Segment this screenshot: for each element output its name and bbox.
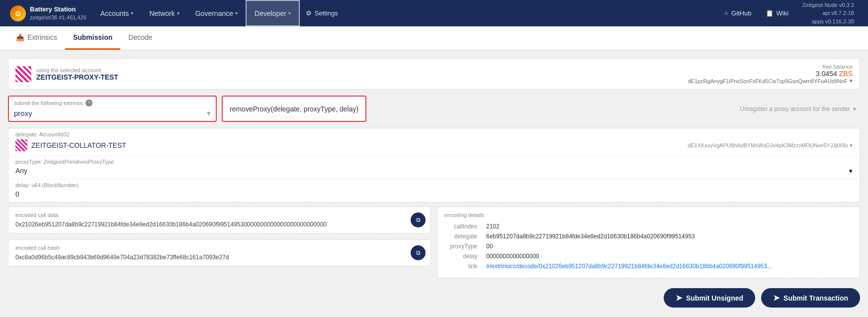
extrinsic-pallet-value: proxy bbox=[14, 109, 32, 117]
submit-transaction-button[interactable]: ➤ Submit Transaction bbox=[761, 288, 860, 308]
chevron-down-icon: ▾ bbox=[288, 10, 291, 16]
encoding-key-link: link bbox=[445, 263, 485, 272]
chevron-down-icon: ▾ bbox=[850, 142, 853, 148]
extrinsics-section-label: 📤 Extrinsics bbox=[8, 26, 65, 50]
table-row: proxyType 00 bbox=[445, 243, 852, 252]
param-delay-label: delay: u64 (BlockNumber) bbox=[15, 182, 853, 188]
encoded-call-hash-label: encoded call hash bbox=[15, 245, 424, 251]
table-row: callIndex 2102 bbox=[445, 223, 852, 232]
node-info: Zeitgeist Node v0.3.2 api v8.7.2-18 apps… bbox=[796, 1, 860, 26]
balance-value: 3.0454 ZBS bbox=[688, 70, 853, 78]
extrinsic-pallet-selector[interactable]: submit the following extrinsic ? proxy ▾ bbox=[8, 96, 217, 122]
wiki-link[interactable]: 📋 Wiki bbox=[760, 0, 795, 26]
bottom-bar: ➤ Submit Unsigned ➤ Submit Transaction bbox=[8, 284, 860, 308]
encoding-val-proxytype: 00 bbox=[486, 243, 852, 252]
encoded-call-data-label: encoded call data bbox=[15, 212, 424, 218]
copy-icon: ⧉ bbox=[416, 249, 421, 256]
nav-network[interactable]: Network ▾ bbox=[141, 0, 187, 26]
brand-logo: ⊙ bbox=[10, 5, 26, 21]
encoding-details-card: encoding details callIndex 2102 delegate… bbox=[437, 207, 860, 278]
tab-decode[interactable]: Decode bbox=[120, 26, 160, 50]
extrinsic-label: submit the following extrinsic bbox=[14, 100, 84, 106]
encoded-call-hash-value: 0xc8a0d96b5c49ac89cb943b69d9649e704a23d7… bbox=[15, 254, 424, 261]
brand: ⊙ Battery Station zeitgeist/36 #1,461,42… bbox=[4, 5, 92, 21]
account-card: using the selected account ZEITGEIST-PRO… bbox=[8, 58, 860, 90]
main-content: using the selected account ZEITGEIST-PRO… bbox=[0, 50, 868, 317]
table-row: delegate 6eb951207da8b9c22719921b84fde34… bbox=[445, 233, 852, 242]
github-link[interactable]: ⑃ GitHub bbox=[718, 0, 757, 26]
copy-icon: ⧉ bbox=[416, 216, 421, 223]
copy-call-hash-button[interactable]: ⧉ bbox=[411, 245, 426, 260]
param-delegate-address: dE1XKxxyVgAPU8hAdBYMsWsDJo4pK3MzzvMDUNve… bbox=[688, 142, 853, 149]
extrinsics-icon: 📤 bbox=[16, 33, 24, 41]
submit-unsigned-icon: ➤ bbox=[676, 293, 682, 303]
encoding-key-delay: delay bbox=[445, 253, 485, 262]
brand-name: Battery Station bbox=[30, 5, 87, 14]
encoding-val-callindex: 2102 bbox=[486, 223, 852, 232]
encoded-call-data-value: 0x21026eb951207da8b9c22719921b84fde34e8e… bbox=[15, 221, 424, 228]
gear-icon: ⚙ bbox=[306, 9, 312, 17]
param-delay-row: delay: u64 (BlockNumber) 0 bbox=[8, 179, 860, 202]
param-proxytype-row: proxyType: ZeitgeistPrimitivesProxyType … bbox=[8, 156, 860, 179]
param-proxytype-value: Any bbox=[15, 167, 27, 175]
account-avatar bbox=[15, 66, 31, 82]
wiki-icon: 📋 bbox=[766, 9, 774, 17]
copy-call-data-button[interactable]: ⧉ bbox=[411, 212, 426, 227]
brand-sub: zeitgeist/36 #1,461,426 bbox=[30, 14, 87, 21]
account-label: using the selected account bbox=[36, 67, 118, 73]
extrinsic-method-selector[interactable]: removeProxy(delegate, proxyType, delay) bbox=[222, 96, 366, 122]
table-row: delay 0000000000000000 bbox=[445, 253, 852, 262]
tabs-bar: 📤 Extrinsics Submission Decode bbox=[0, 26, 868, 50]
encoding-details-title: encoding details bbox=[444, 212, 853, 218]
chevron-down-icon: ▾ bbox=[849, 167, 853, 175]
delegate-avatar bbox=[15, 139, 27, 151]
chevron-down-icon: ▾ bbox=[131, 10, 133, 16]
encoding-val-delegate: 6eb951207da8b9c22719921b84fde34e8ed2d166… bbox=[486, 233, 852, 242]
github-icon: ⑃ bbox=[724, 9, 728, 17]
submit-unsigned-button[interactable]: ➤ Submit Unsigned bbox=[664, 288, 755, 308]
param-proxytype-label: proxyType: ZeitgeistPrimitivesProxyType bbox=[15, 159, 853, 165]
param-delegate-value: ZEITGEIST-COLLATOR-TEST bbox=[31, 141, 126, 149]
chevron-down-icon: ▾ bbox=[177, 10, 179, 16]
param-delegate-label: delegate: AccountId32 bbox=[15, 131, 853, 137]
encoded-call-data-card: encoded call data 0x21026eb951207da8b9c2… bbox=[8, 207, 431, 233]
param-delegate-row: delegate: AccountId32 ZEITGEIST-COLLATOR… bbox=[8, 128, 860, 156]
encoding-key-proxytype: proxyType bbox=[445, 243, 485, 252]
nav-governance[interactable]: Governance ▾ bbox=[187, 0, 246, 26]
params-section: delegate: AccountId32 ZEITGEIST-COLLATOR… bbox=[8, 128, 860, 203]
account-name: ZEITGEIST-PROXY-TEST bbox=[36, 73, 118, 81]
encoding-val-delay: 0000000000000000 bbox=[486, 253, 852, 262]
chevron-down-icon: ▾ bbox=[853, 106, 856, 112]
top-navigation: ⊙ Battery Station zeitgeist/36 #1,461,42… bbox=[0, 0, 868, 26]
encoding-link[interactable]: #/extrinsics/decode/0x21026eb951207da8b9… bbox=[486, 263, 772, 270]
encoded-grid: encoded call data 0x21026eb951207da8b9c2… bbox=[8, 207, 860, 278]
extrinsic-method-value: removeProxy(delegate, proxyType, delay) bbox=[230, 105, 358, 113]
encoding-key-callindex: callIndex bbox=[445, 223, 485, 232]
extrinsic-selector-row: submit the following extrinsic ? proxy ▾… bbox=[8, 96, 860, 122]
help-icon: ? bbox=[86, 100, 92, 106]
chevron-down-icon: ▾ bbox=[235, 10, 238, 16]
extrinsic-description: Unregister a proxy account for the sende… bbox=[740, 106, 851, 112]
encoding-details-table: callIndex 2102 delegate 6eb951207da8b9c2… bbox=[444, 222, 853, 273]
submit-transaction-icon: ➤ bbox=[773, 293, 780, 303]
param-delay-value: 0 bbox=[15, 190, 19, 198]
encoded-call-hash-card: encoded call hash 0xc8a0d96b5c49ac89cb94… bbox=[8, 239, 431, 266]
nav-developer[interactable]: Developer ▾ bbox=[246, 0, 300, 26]
chevron-down-icon: ▾ bbox=[850, 78, 853, 84]
nav-settings[interactable]: ⚙ Settings bbox=[300, 0, 344, 26]
nav-accounts[interactable]: Accounts ▾ bbox=[92, 0, 142, 26]
chevron-down-icon: ▾ bbox=[207, 108, 211, 118]
balance-label: free balance bbox=[688, 64, 853, 70]
encoding-key-delegate: delegate bbox=[445, 233, 485, 242]
tab-submission[interactable]: Submission bbox=[65, 26, 120, 50]
account-address: dE1pzRgAnygF1iPnxSocFsFKd5Cw7xp9GsnQwm8Y… bbox=[688, 78, 853, 84]
table-row: link #/extrinsics/decode/0x21026eb951207… bbox=[445, 263, 852, 272]
